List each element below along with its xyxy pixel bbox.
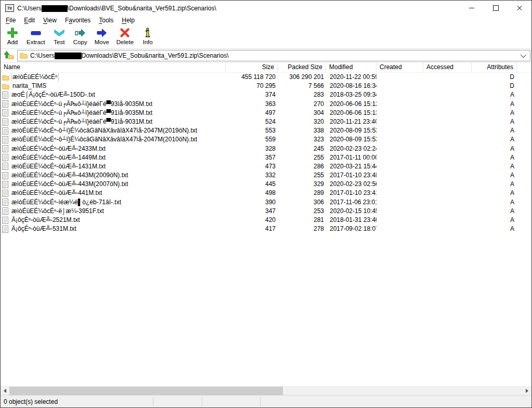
file-name: Ä¡ôçÉⁿ-òüÆ╩-2521M.txt: [10, 216, 81, 225]
file-row[interactable]: æìòÉüEÉ¼ôcÉⁿ-ô┴ï}É¼ôcâGâNâXâvâîâX47ìå-20…: [1, 126, 531, 135]
file-accessed: [423, 198, 472, 207]
file-row[interactable]: æìòÉüEÉ¼ôcÉⁿ-ô┴ï}É¼ôcâGâNâXâvâîâX47ìå-20…: [1, 135, 531, 144]
file-name: æìòÉüEÉ¼ôcÉⁿ-ù╒Ä₧ô┴ï}éáéΓé▀93ìå-9035M.tx…: [10, 100, 153, 109]
minimize-icon: [469, 8, 474, 8]
menu-view[interactable]: View: [39, 16, 61, 25]
menu-tools[interactable]: Tools: [95, 16, 118, 25]
file-accessed: [423, 216, 472, 225]
file-modified: 2020-08-09 15:53: [326, 135, 377, 144]
file-row[interactable]: æìòÉüEÉ¼ôcÉⁿ-òüÆ╩-2433M.txt 328 245 2020…: [1, 144, 531, 153]
close-button[interactable]: [508, 1, 531, 16]
menu-edit[interactable]: Edit: [20, 16, 39, 25]
file-size: 498: [226, 189, 278, 198]
column-header-attributes[interactable]: Attributes: [472, 63, 517, 72]
file-created: [377, 126, 423, 135]
maximize-button[interactable]: [484, 1, 508, 16]
file-packed-size: 255: [278, 171, 326, 180]
add-button[interactable]: Add: [2, 26, 23, 46]
test-button[interactable]: Test: [49, 26, 70, 46]
column-header-modified[interactable]: Modified: [326, 63, 377, 72]
file-row[interactable]: narita_TIMS 70 295 7 566 2020-08-16 16:3…: [1, 82, 531, 90]
redacted-username: [42, 5, 68, 12]
file-row[interactable]: æìòÉüEÉ¼ôcÉⁿ-òüÆ╩-443M(2007öN).txt 445 3…: [1, 180, 531, 189]
file-modified: 2017-01-11 00:00: [326, 153, 377, 162]
file-attributes: D: [472, 73, 517, 82]
file-row[interactable]: æìòÉüEÉ¼ôcÉⁿ-òüÆ╩-1431M.txt 473 286 2020…: [1, 162, 531, 171]
column-header-name[interactable]: Name: [1, 63, 226, 72]
file-packed-size: 283: [278, 90, 326, 99]
file-row[interactable]: æìòÉüEÉ¼ôcÉⁿ 455 118 720 306 290 201 202…: [1, 73, 531, 82]
delete-button[interactable]: Delete: [113, 26, 137, 46]
close-icon: [516, 5, 523, 11]
column-header-packed-size[interactable]: Packed Size: [278, 63, 326, 72]
file-modified: 2017-01-10 23:41: [326, 189, 377, 198]
file-size: 455 118 720: [226, 73, 278, 82]
address-path[interactable]: C:\UsersDownloads\BVE_Sobu&narita_Ver591…: [30, 52, 521, 59]
file-row[interactable]: æσÉ⌠Ä¡ôçÉⁿ-òüÆ╩-150D-.txt 374 283 2018-0…: [1, 90, 531, 99]
toolbar: Add Extract Test Copy Move Delete i Info: [1, 25, 531, 49]
file-attributes: A: [472, 207, 517, 216]
file-modified: 2020-02-23 02:24: [326, 144, 377, 153]
up-one-level-button[interactable]: [2, 49, 16, 61]
info-button[interactable]: i Info: [137, 26, 158, 46]
column-header-accessed[interactable]: Accessed: [423, 63, 472, 72]
svg-text:i: i: [146, 27, 150, 39]
file-name: æìòÉüEÉ¼ôcÉⁿ-òüÆ╩-443M(2009öN).txt: [10, 171, 129, 180]
title-bar: 7z C:\Users\Downloads\BVE_Sobu&narita_Ve…: [1, 1, 531, 16]
file-row[interactable]: Ä¡ôçÉⁿ-òüÆ╩-2521M.txt 420 281 2018-01-31…: [1, 216, 531, 225]
file-created: [377, 180, 423, 189]
file-row[interactable]: æìòÉüEÉ¼ôcÉⁿ-òüÆ╩-441M.txt 498 289 2017-…: [1, 189, 531, 198]
menu-file[interactable]: File: [2, 16, 20, 25]
file-row[interactable]: æìòÉüEÉ¼ôcÉⁿ-òüÆ╩-1449M.txt 357 255 2017…: [1, 153, 531, 162]
file-row[interactable]: æìòÉüEÉ¼ôcÉⁿ-òüÆ╩-443M(2009öN).txt 332 2…: [1, 171, 531, 180]
file-size: 417: [226, 225, 278, 233]
file-packed-size: 306: [278, 198, 326, 207]
file-attributes: A: [472, 144, 517, 153]
file-accessed: [423, 126, 472, 135]
file-row[interactable]: æìòÉüEÉ¼ôcÉⁿ-ìéæ¼ë▌ò¿éb-71âî-.txt 390 30…: [1, 198, 531, 207]
copy-icon: [73, 27, 87, 39]
menu-bar: File Edit View Favorites Tools Help: [1, 16, 531, 25]
horizontal-scrollbar[interactable]: [1, 386, 531, 395]
file-row[interactable]: æìòÉüEÉ¼ôcÉⁿ-ë⌡æ¼-3951F.txt 347 253 2020…: [1, 207, 531, 216]
column-header-size[interactable]: Size: [226, 63, 278, 72]
file-accessed: [423, 180, 472, 189]
move-button[interactable]: Move: [91, 26, 113, 46]
menu-favorites[interactable]: Favorites: [61, 16, 95, 25]
file-size: 332: [226, 171, 278, 180]
copy-button[interactable]: Copy: [70, 26, 91, 46]
file-row[interactable]: Ä¡ôçÉⁿ-òüÆ╩-531M.txt 417 278 2017-09-02 …: [1, 225, 531, 233]
text-file-icon: [2, 100, 8, 108]
file-packed-size: 304: [278, 109, 326, 117]
extract-button[interactable]: Extract: [23, 26, 49, 46]
minimize-button[interactable]: [460, 1, 484, 16]
file-row[interactable]: æìòÉüEÉ¼ôcÉⁿ-ù╒Ä₧ô┴ï}éáéΓé▀91ìå-9031M.tx…: [1, 117, 531, 126]
chevron-down-icon[interactable]: [521, 51, 526, 57]
text-file-icon: [2, 207, 8, 215]
text-file-icon: [2, 119, 8, 126]
toolbar-label: Info: [142, 39, 152, 45]
file-attributes: A: [472, 162, 517, 171]
file-name: narita_TIMS: [11, 82, 47, 90]
file-name: æìòÉüEÉ¼ôcÉⁿ-ë⌡æ¼-3951F.txt: [10, 207, 105, 216]
file-row[interactable]: æìòÉüEÉ¼ôcÉⁿ-ù╒Ä₧ô┴ï}éáéΓé▀93ìå-9035M.tx…: [1, 100, 531, 109]
file-packed-size: 281: [278, 216, 326, 225]
scrollbar-thumb[interactable]: [9, 387, 283, 396]
file-attributes: A: [472, 198, 517, 207]
text-file-icon: [2, 145, 8, 152]
text-file-icon: [2, 154, 8, 161]
file-created: [377, 90, 423, 99]
address-combobox[interactable]: C:\UsersDownloads\BVE_Sobu&narita_Ver591…: [17, 50, 530, 61]
folder-icon: [20, 52, 28, 59]
file-modified: 2020-06-06 15:12: [326, 100, 377, 109]
menu-help[interactable]: Help: [118, 16, 139, 25]
file-created: [377, 135, 423, 144]
scroll-left-button[interactable]: [1, 387, 9, 396]
file-accessed: [423, 189, 472, 198]
file-attributes: A: [472, 180, 517, 189]
file-row[interactable]: æìòÉüEÉ¼ôcÉⁿ-ù╒Ä₧ô┴ï}éáéΓé▀91ìå-9035M.tx…: [1, 109, 531, 117]
file-packed-size: 329: [278, 180, 326, 189]
test-icon: [53, 27, 66, 39]
column-header-created[interactable]: Created: [377, 63, 423, 72]
scroll-right-button[interactable]: [523, 387, 531, 396]
